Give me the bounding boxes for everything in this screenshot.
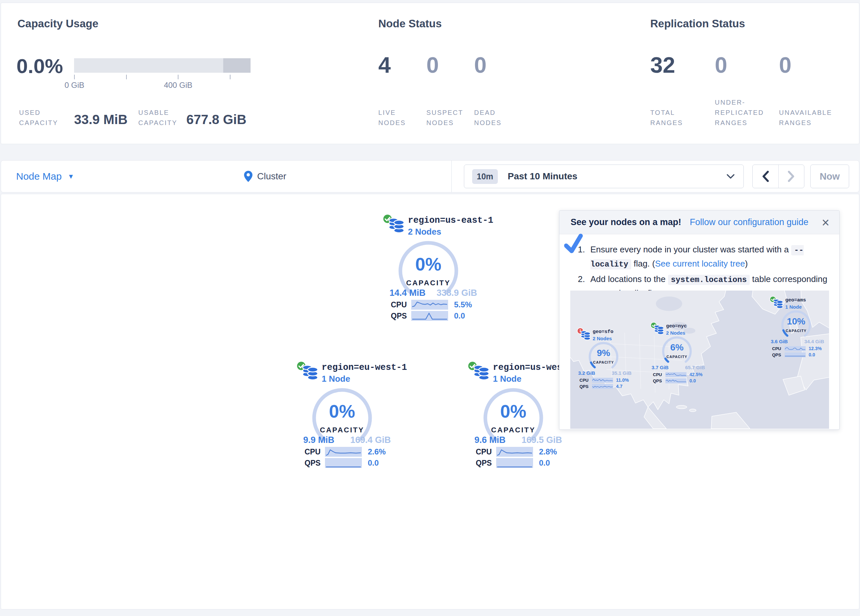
cpu-label: CPU: [304, 448, 325, 456]
qps-label: QPS: [391, 312, 411, 320]
capacity-total-value: 169.4 GiB: [350, 435, 391, 445]
database-nodes-icon: [580, 331, 591, 340]
now-button[interactable]: Now: [810, 165, 849, 188]
axis-tick-label: 400 GiB: [164, 81, 193, 90]
region-node-count[interactable]: 2 Nodes: [408, 227, 441, 237]
capacity-gauge-label: CAPACITY: [659, 355, 695, 359]
popup-title: See your nodes on a map!: [571, 217, 681, 227]
region-node-eu-west-1[interactable]: region=eu-west-1 1 Node 0% CAPACITY 9.9 …: [296, 360, 408, 472]
map-region-geo-nyc[interactable]: geo=nyc 2 Nodes 6% CAPACITY 3.7 GiB 65.7…: [650, 322, 708, 384]
dead-nodes-label: DEAD NODES: [474, 108, 514, 128]
capacity-used-value: 3.6 GiB: [771, 339, 788, 344]
used-capacity-value: 33.9 MiB: [74, 112, 127, 127]
cpu-value: 42.5%: [689, 372, 703, 377]
capacity-percent: 9%: [585, 348, 621, 358]
dead-nodes-count: 0: [474, 52, 486, 78]
map-region-geo-sfo[interactable]: 1 geo=sfo 2 Nodes 9% CAPACITY 3.2 GiB 35…: [577, 328, 635, 390]
location-pin-icon: [244, 171, 253, 182]
node-map-config-popup: See your nodes on a map! Follow our conf…: [559, 210, 840, 430]
cpu-label: CPU: [476, 448, 496, 456]
region-name: geo=nyc: [666, 323, 687, 329]
suspect-nodes-label: SUSPECT NODES: [426, 108, 469, 128]
capacity-used-value: 3.2 GiB: [578, 370, 595, 376]
breadcrumb[interactable]: Cluster: [244, 161, 286, 192]
qps-sparkline: [496, 458, 533, 468]
capacity-gauge: 9% CAPACITY: [585, 340, 621, 374]
time-step-forward-button[interactable]: [779, 165, 804, 188]
total-ranges-count: 32: [650, 52, 675, 78]
map-toolbar: Node Map ▼ Cluster 10m Past 10 Minutes N…: [1, 160, 859, 193]
under-replicated-label: UNDER-REPLICATED RANGES: [715, 97, 777, 128]
chevron-right-icon: [788, 171, 795, 182]
map-region-geo-ams[interactable]: geo=ams 1 Node 10% CAPACITY 3.6 GiB 34.4…: [769, 296, 827, 358]
axis-tick-label: 0 GiB: [64, 81, 84, 90]
total-ranges-label: TOTAL RANGES: [650, 108, 706, 128]
qps-label: QPS: [579, 384, 592, 389]
suspect-nodes-count: 0: [426, 52, 439, 78]
instruction-step-1: 1.Ensure every node in your cluster was …: [578, 243, 828, 271]
capacity-used-value: 3.7 GiB: [651, 365, 669, 370]
used-capacity-label: USED CAPACITY: [19, 108, 64, 128]
capacity-total-value: 169.5 GiB: [521, 435, 562, 445]
capacity-percent: 6%: [659, 342, 695, 353]
cpu-label: CPU: [579, 378, 592, 383]
cpu-label: CPU: [391, 301, 411, 309]
qps-sparkline: [785, 353, 806, 357]
popup-header: See your nodes on a map! Follow our conf…: [559, 211, 839, 234]
qps-value: 0.0: [809, 352, 815, 357]
under-replicated-count: 0: [715, 52, 727, 78]
qps-value: 4.7: [616, 384, 622, 389]
qps-value: 0.0: [539, 458, 550, 468]
cpu-sparkline: [592, 378, 613, 383]
step-text: flag. (: [631, 259, 655, 268]
system-locations-code: system.locations: [668, 275, 750, 285]
qps-label: QPS: [772, 353, 785, 357]
cpu-sparkline: [411, 300, 448, 310]
time-step-back-button[interactable]: [753, 165, 779, 188]
region-name: region=eu-west-1: [322, 363, 407, 373]
breadcrumb-label: Cluster: [257, 171, 286, 182]
time-range-label: Past 10 Minutes: [508, 171, 578, 182]
qps-sparkline: [325, 458, 362, 468]
axis-tick: [74, 75, 75, 79]
view-selector-dropdown[interactable]: Node Map ▼: [16, 161, 74, 192]
capacity-bar-endcap: [223, 58, 251, 73]
capacity-gauge-label: CAPACITY: [481, 426, 546, 434]
capacity-total-value: 34.4 GiB: [804, 339, 824, 344]
qps-label: QPS: [304, 459, 325, 468]
capacity-gauge-label: CAPACITY: [778, 329, 814, 333]
region-node-count[interactable]: 1 Node: [322, 374, 350, 384]
step-text: Add locations to the: [590, 274, 668, 284]
cpu-sparkline: [665, 372, 686, 377]
time-range-dropdown[interactable]: 10m Past 10 Minutes: [464, 165, 744, 188]
time-range-badge: 10m: [472, 169, 498, 184]
capacity-percent: 0%: [481, 401, 546, 422]
capacity-total-value: 35.1 GiB: [612, 370, 631, 376]
example-node-map: 1 geo=sfo 2 Nodes 9% CAPACITY 3.2 GiB 35…: [570, 290, 829, 429]
step-number: 2.: [578, 273, 590, 285]
capacity-used-value: 9.9 MiB: [303, 435, 334, 445]
region-name: geo=sfo: [593, 329, 614, 335]
database-nodes-icon: [654, 325, 664, 335]
locality-tree-link[interactable]: See current locality tree: [655, 259, 745, 268]
region-name: region=us-east-1: [408, 216, 493, 226]
live-nodes-count: 4: [378, 52, 391, 78]
capacity-percent: 0%: [396, 254, 461, 275]
capacity-gauge-label: CAPACITY: [310, 426, 374, 434]
region-node-us-east-1[interactable]: region=us-east-1 2 Nodes 0% CAPACITY 14.…: [382, 213, 494, 325]
unavailable-ranges-count: 0: [779, 52, 791, 78]
region-node-count[interactable]: 1 Node: [493, 374, 521, 384]
configuration-guide-link[interactable]: Follow our configuration guide: [690, 217, 808, 227]
close-icon[interactable]: ×: [822, 216, 829, 229]
cluster-summary-bar: Capacity Usage 0.0% 0 GiB 400 GiB USED C…: [1, 3, 859, 144]
chevron-left-icon: [762, 171, 769, 182]
axis-tick: [230, 75, 231, 79]
qps-value: 0.0: [689, 378, 696, 383]
region-name: geo=ams: [785, 298, 806, 303]
toolbar-divider: [451, 161, 452, 192]
capacity-gauge: 6% CAPACITY: [659, 335, 695, 368]
step-complete-check-icon: [563, 233, 585, 254]
cpu-value: 12.3%: [809, 346, 822, 351]
live-nodes-label: LIVE NODES: [378, 108, 419, 128]
caret-down-icon: ▼: [67, 173, 74, 180]
